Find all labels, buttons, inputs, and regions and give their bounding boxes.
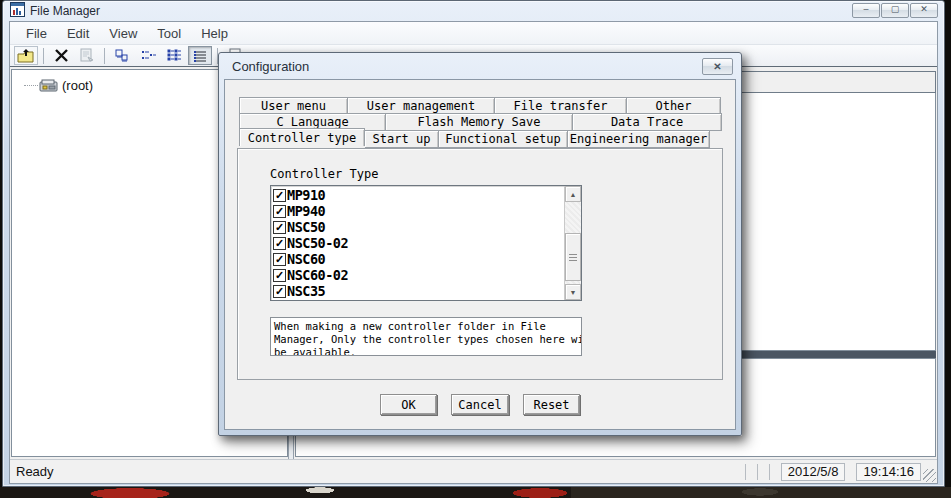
menu-item-file[interactable]: File [16,24,57,43]
tab-controller-type[interactable]: Controller type [239,128,365,146]
checkbox-checked-icon[interactable]: ✓ [273,285,286,298]
ok-button[interactable]: OK [380,394,437,415]
toolbar-separator [104,48,105,64]
controller-type-label: Controller Type [270,167,378,181]
list-item-nsc50-02[interactable]: ✓ NSC50-02 [271,235,564,251]
tab-other[interactable]: Other [626,97,721,114]
list-item-nsc50[interactable]: ✓ NSC50 [271,219,564,235]
details-view-icon [192,49,208,63]
tab-row-filler [710,131,722,148]
checkbox-checked-icon[interactable]: ✓ [273,189,286,202]
properties-button[interactable] [75,46,99,65]
scroll-up-icon: ▲ [570,191,577,198]
tab-user-menu[interactable]: User menu [239,97,348,114]
controller-type-items: ✓ MP910 ✓ MP940 ✓ NSC50 ✓ [271,186,564,300]
scrollbar-thumb[interactable] [565,233,581,281]
status-separator [769,464,770,480]
description-line: be available. [274,346,578,356]
small-icons-view-button[interactable] [110,46,134,65]
checkbox-checked-icon[interactable]: ✓ [273,221,286,234]
details-view-button[interactable] [188,46,212,65]
delete-button[interactable] [49,46,73,65]
menu-item-view[interactable]: View [99,24,147,43]
tab-row-3: Controller type Start up Functional setu… [239,131,722,148]
details-list-icon [166,48,183,63]
description-line: When making a new controller folder in F… [274,320,578,333]
list-view-button[interactable] [136,46,160,65]
toolbar-separator [43,48,44,64]
configuration-dialog: Configuration ✕ User menu User managemen… [218,52,742,436]
checkbox-checked-icon[interactable]: ✓ [273,269,286,282]
tab-user-management[interactable]: User management [347,97,495,114]
resize-grip[interactable] [923,469,936,482]
tab-row-1: User menu User management File transfer … [239,97,722,114]
scroll-down-icon: ▼ [570,289,577,296]
dialog-content: User menu User management File transfer … [224,79,736,430]
thumb-grip-line [569,260,577,261]
minimize-icon: – [863,5,868,14]
details-list-button[interactable] [162,46,186,65]
dialog-titlebar[interactable]: Configuration ✕ [219,53,741,79]
desktop: File Manager – ▢ ✕ File Edit View Tool H… [0,0,951,498]
status-separator [757,464,758,480]
status-right: 2012/5/8 19:14:16 [745,460,921,483]
checkbox-checked-icon[interactable]: ✓ [273,237,286,250]
list-item-nsc35[interactable]: ✓ NSC35 [271,283,564,299]
close-icon: ✕ [920,5,928,14]
tab-start-up[interactable]: Start up [364,130,439,148]
tab-control: User menu User management File transfer … [239,97,722,148]
scroll-down-button[interactable]: ▼ [565,284,581,300]
reset-button[interactable]: Reset [523,394,580,415]
dialog-buttons: OK Cancel Reset [225,394,735,415]
titlebar[interactable]: File Manager – ▢ ✕ [3,1,944,21]
cancel-button[interactable]: Cancel [451,394,509,415]
menu-item-tool[interactable]: Tool [147,24,191,43]
tab-functional-setup[interactable]: Functional setup [438,130,568,148]
thumb-grip-line [569,254,577,255]
status-time: 19:14:16 [856,463,921,481]
list-item-label: MP910 [287,187,325,203]
list-item-label: NSC60 [287,251,325,267]
delete-icon [54,48,69,63]
up-one-level-button[interactable] [14,46,38,65]
controller-type-panel: Controller Type ✓ MP910 ✓ MP940 ✓ [237,148,723,380]
up-folder-icon [16,48,36,64]
menu-item-edit[interactable]: Edit [57,24,99,43]
list-scrollbar[interactable]: ▲ ▼ [564,186,581,300]
close-button[interactable]: ✕ [910,3,938,18]
thumb-grip-line [569,257,577,258]
checkbox-checked-icon[interactable]: ✓ [273,253,286,266]
tab-engineering-manager[interactable]: Engineering manager [567,130,710,148]
list-item-nsc60[interactable]: ✓ NSC60 [271,251,564,267]
list-item-label: NSC35 [287,283,325,299]
list-item-label: MP940 [287,203,325,219]
description-box: When making a new controller folder in F… [270,317,582,356]
status-text: Ready [10,464,54,479]
root-node-icon [39,79,58,93]
dialog-close-icon: ✕ [713,61,721,72]
menu-item-help[interactable]: Help [191,24,238,43]
small-icons-view-icon [114,48,130,63]
scrollbar-track[interactable] [565,202,581,284]
tab-flash-memory-save[interactable]: Flash Memory Save [385,113,573,131]
status-separator [745,464,746,480]
properties-icon [79,48,95,63]
minimize-button[interactable]: – [852,3,880,18]
controller-type-list[interactable]: ✓ MP910 ✓ MP940 ✓ NSC50 ✓ [270,185,582,301]
checkbox-checked-icon[interactable]: ✓ [273,205,286,218]
tree-branch-line [24,85,38,86]
list-item-nsc60-02[interactable]: ✓ NSC60-02 [271,267,564,283]
list-item-mp940[interactable]: ✓ MP940 [271,203,564,219]
list-item-mp910[interactable]: ✓ MP910 [271,187,564,203]
description-line: Manager, Only the controller types chose… [274,333,578,346]
menu-bar: File Edit View Tool Help [10,22,937,45]
scroll-up-button[interactable]: ▲ [565,186,581,202]
window-controls: – ▢ ✕ [852,3,938,18]
status-bar: Ready 2012/5/8 19:14:16 [10,459,937,483]
maximize-button[interactable]: ▢ [881,3,909,18]
list-item-label: NSC60-02 [287,267,348,283]
tab-file-transfer[interactable]: File transfer [494,97,627,114]
dialog-title: Configuration [232,59,309,74]
tab-data-trace[interactable]: Data Trace [572,113,722,131]
dialog-close-button[interactable]: ✕ [702,58,733,75]
